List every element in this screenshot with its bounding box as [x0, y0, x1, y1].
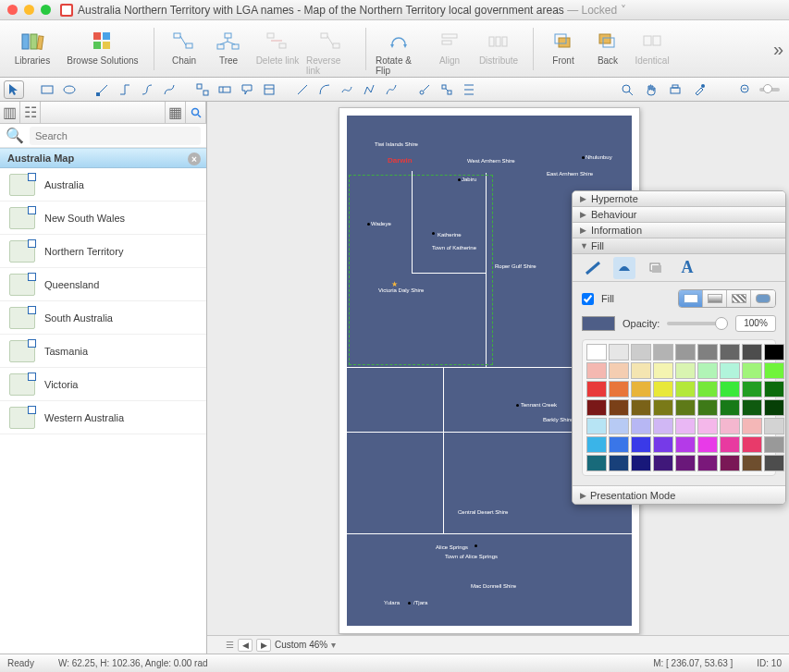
sidebar-section-header[interactable]: Australia Map × — [0, 148, 206, 168]
pointer-tool[interactable] — [4, 80, 24, 99]
bezier-tool[interactable] — [381, 80, 401, 99]
palette-color[interactable] — [764, 362, 784, 379]
selection-rect[interactable] — [349, 175, 493, 365]
sidebar-grid-button[interactable]: ▦ — [166, 102, 186, 123]
connector-tool-2[interactable] — [115, 80, 135, 99]
inspector-behaviour-header[interactable]: ▶Behaviour — [573, 207, 785, 223]
palette-color[interactable] — [675, 455, 696, 471]
inspector-information-header[interactable]: ▶Information — [573, 223, 785, 238]
palette-color[interactable] — [764, 344, 784, 360]
sidebar-item-australia[interactable]: Australia — [0, 168, 206, 202]
palette-color[interactable] — [653, 455, 673, 471]
palette-color[interactable] — [720, 436, 740, 453]
palette-color[interactable] — [675, 418, 696, 434]
palette-color[interactable] — [609, 344, 629, 360]
sidebar-search-button[interactable] — [186, 102, 206, 123]
rect-tool[interactable] — [37, 80, 57, 99]
sidebar-toggle-1[interactable]: ▥ — [0, 102, 20, 123]
palette-color[interactable] — [675, 362, 696, 379]
sidebar-item-tas[interactable]: Tasmania — [0, 335, 206, 368]
rotate-flip-button[interactable]: Rotate & Flip — [376, 24, 425, 76]
spline-tool[interactable] — [337, 80, 357, 99]
fill-solid-button[interactable] — [679, 290, 703, 307]
inspector-hypernote-header[interactable]: ▶Hypernote — [573, 191, 785, 207]
print-tool[interactable] — [665, 80, 685, 99]
connector-tool-1[interactable] — [92, 80, 113, 99]
back-button[interactable]: Back — [587, 24, 628, 66]
palette-color[interactable] — [653, 362, 673, 379]
palette-color[interactable] — [609, 455, 629, 471]
palette-color[interactable] — [653, 381, 673, 397]
browse-solutions-button[interactable]: Browse Solutions — [61, 24, 144, 66]
arc-tool[interactable] — [314, 80, 335, 99]
polyline-tool[interactable] — [359, 80, 379, 99]
opacity-value[interactable]: 100% — [735, 315, 776, 332]
palette-color[interactable] — [742, 455, 762, 471]
palette-color[interactable] — [764, 436, 784, 453]
palette-color[interactable] — [697, 399, 718, 416]
hand-tool[interactable] — [641, 80, 661, 99]
close-window-button[interactable] — [7, 5, 18, 15]
shape-tool-1[interactable] — [192, 80, 213, 99]
palette-color[interactable] — [631, 399, 651, 416]
sidebar-item-wa[interactable]: Western Australia — [0, 401, 206, 434]
opacity-slider[interactable] — [667, 322, 728, 325]
palette-color[interactable] — [609, 381, 629, 397]
page-tabs-icon[interactable]: ☰ — [226, 640, 234, 650]
palette-color[interactable] — [586, 362, 607, 379]
fill-gradient-button[interactable] — [703, 290, 727, 307]
zoom-level-label[interactable]: Custom 46% — [275, 640, 327, 650]
palette-color[interactable] — [720, 455, 740, 471]
palette-color[interactable] — [631, 344, 651, 360]
front-button[interactable]: Front — [543, 24, 584, 66]
palette-color[interactable] — [697, 455, 718, 471]
zoom-out-button[interactable] — [735, 80, 756, 99]
search-input[interactable] — [30, 127, 201, 145]
palette-color[interactable] — [742, 344, 762, 360]
fill-image-button[interactable] — [751, 290, 775, 307]
fill-pattern-button[interactable] — [727, 290, 751, 307]
ellipse-tool[interactable] — [59, 80, 80, 99]
palette-color[interactable] — [586, 344, 607, 360]
line-tool[interactable] — [292, 80, 313, 99]
sidebar-item-vic[interactable]: Victoria — [0, 368, 206, 401]
page-next-button[interactable]: ▶ — [256, 639, 271, 652]
palette-color[interactable] — [764, 399, 784, 416]
palette-color[interactable] — [631, 362, 651, 379]
palette-color[interactable] — [586, 455, 607, 471]
palette-color[interactable] — [697, 362, 718, 379]
palette-color[interactable] — [586, 381, 607, 397]
palette-color[interactable] — [697, 381, 718, 397]
palette-color[interactable] — [609, 418, 629, 434]
zoom-dropdown-icon[interactable]: ▾ — [331, 640, 336, 650]
palette-color[interactable] — [631, 436, 651, 453]
eyedropper-tool[interactable] — [689, 80, 709, 99]
palette-color[interactable] — [609, 436, 629, 453]
palette-color[interactable] — [631, 381, 651, 397]
palette-color[interactable] — [675, 399, 696, 416]
minimize-window-button[interactable] — [24, 5, 34, 15]
sidebar-toggle-2[interactable]: ☷ — [20, 102, 41, 123]
palette-color[interactable] — [720, 399, 740, 416]
palette-color[interactable] — [586, 399, 607, 416]
palette-color[interactable] — [742, 436, 762, 453]
sidebar-item-nsw[interactable]: New South Wales — [0, 202, 206, 235]
palette-color[interactable] — [609, 399, 629, 416]
palette-color[interactable] — [764, 418, 784, 434]
tree-button[interactable]: Tree — [208, 24, 249, 66]
zoom-window-button[interactable] — [41, 5, 51, 15]
fill-tab[interactable] — [613, 257, 635, 279]
chain-button[interactable]: Chain — [164, 24, 204, 66]
current-fill-swatch[interactable] — [582, 316, 615, 331]
palette-color[interactable] — [675, 344, 696, 360]
inspector-presentation-header[interactable]: ▶Presentation Mode — [573, 485, 785, 504]
palette-color[interactable] — [742, 399, 762, 416]
palette-color[interactable] — [653, 418, 673, 434]
stroke-tab[interactable] — [582, 257, 604, 279]
fill-checkbox[interactable] — [582, 293, 594, 305]
palette-color[interactable] — [586, 418, 607, 434]
palette-color[interactable] — [764, 381, 784, 397]
close-section-button[interactable]: × — [188, 153, 201, 165]
text-tab[interactable]: A — [676, 257, 698, 279]
palette-color[interactable] — [631, 418, 651, 434]
